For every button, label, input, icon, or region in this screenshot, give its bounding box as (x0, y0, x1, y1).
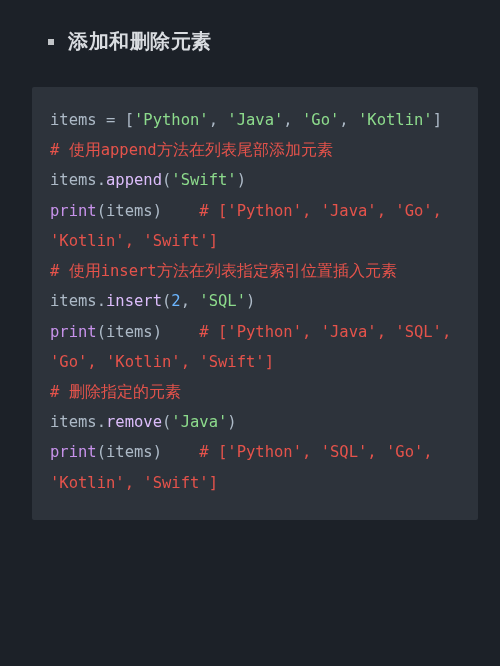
code-token: ( (162, 413, 171, 431)
code-comment: # 使用insert方法在列表指定索引位置插入元素 (50, 262, 397, 280)
code-token: 'Java' (227, 111, 283, 129)
code-token: 'Go' (302, 111, 339, 129)
code-token: , (339, 111, 358, 129)
code-token: 'Python' (134, 111, 209, 129)
code-token: print (50, 443, 97, 461)
code-token: (items) (97, 202, 200, 220)
code-token: ) (246, 292, 255, 310)
heading-row: 添加和删除元素 (48, 28, 500, 55)
code-token: items. (50, 171, 106, 189)
page: 添加和删除元素 items = ['Python', 'Java', 'Go',… (0, 0, 500, 666)
code-token: 2 (171, 292, 180, 310)
code-token: print (50, 323, 97, 341)
heading-text: 添加和删除元素 (68, 28, 212, 55)
code-token: [ (125, 111, 134, 129)
code-token: (items) (97, 443, 200, 461)
code-token: ] (433, 111, 442, 129)
code-token: ) (227, 413, 236, 431)
code-token: = (97, 111, 125, 129)
code-token: items. (50, 413, 106, 431)
code-token: ) (237, 171, 246, 189)
code-token: (items) (97, 323, 200, 341)
code-token: items (50, 111, 97, 129)
code-token: , (283, 111, 302, 129)
code-comment: # 使用append方法在列表尾部添加元素 (50, 141, 333, 159)
code-token: print (50, 202, 97, 220)
code-token: 'Swift' (171, 171, 236, 189)
code-token: ( (162, 171, 171, 189)
code-token: remove (106, 413, 162, 431)
code-token: , (181, 292, 200, 310)
code-token: insert (106, 292, 162, 310)
code-comment: # 删除指定的元素 (50, 383, 181, 401)
code-token: 'SQL' (199, 292, 246, 310)
code-token: append (106, 171, 162, 189)
bullet-icon (48, 39, 54, 45)
code-token: 'Java' (171, 413, 227, 431)
code-block: items = ['Python', 'Java', 'Go', 'Kotlin… (32, 87, 478, 520)
code-token: items. (50, 292, 106, 310)
code-token: , (209, 111, 228, 129)
code-token: 'Kotlin' (358, 111, 433, 129)
code-token: ( (162, 292, 171, 310)
